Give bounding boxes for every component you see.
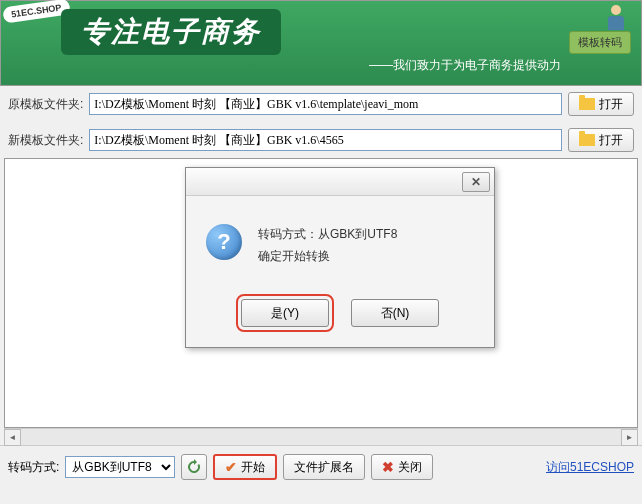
close-icon: ✕ <box>471 175 481 189</box>
original-folder-input[interactable] <box>89 93 562 115</box>
question-icon: ? <box>206 224 242 260</box>
app-header: 51EC.SHOP 专注电子商务 ——我们致力于为电子商务提供动力 模板转码 <box>0 0 642 86</box>
dialog-body: ? 转码方式：从GBK到UTF8 确定开始转换 <box>186 196 494 287</box>
scroll-left-icon[interactable]: ◄ <box>4 429 21 446</box>
template-convert-button[interactable]: 模板转码 <box>569 31 631 54</box>
dialog-no-button[interactable]: 否(N) <box>351 299 439 327</box>
open-new-button[interactable]: 打开 <box>568 128 634 152</box>
encode-label: 转码方式: <box>8 459 59 476</box>
dialog-line1: 转码方式：从GBK到UTF8 <box>258 224 397 246</box>
refresh-button[interactable] <box>181 454 207 480</box>
footer-toolbar: 转码方式: 从GBK到UTF8 ✔ 开始 文件扩展名 ✖ 关闭 访问51ECSH… <box>0 445 642 488</box>
horizontal-scrollbar[interactable]: ◄ ► <box>4 428 638 445</box>
encode-select[interactable]: 从GBK到UTF8 <box>65 456 175 478</box>
folder-icon <box>579 134 595 146</box>
open-label: 打开 <box>599 132 623 149</box>
dialog-buttons: 是(Y) 否(N) <box>186 287 494 347</box>
scroll-track[interactable] <box>21 429 621 445</box>
dialog-line2: 确定开始转换 <box>258 246 397 268</box>
check-icon: ✔ <box>225 459 237 475</box>
dialog-yes-button[interactable]: 是(Y) <box>241 299 329 327</box>
new-folder-label: 新模板文件夹: <box>8 132 83 149</box>
open-original-button[interactable]: 打开 <box>568 92 634 116</box>
start-button[interactable]: ✔ 开始 <box>213 454 277 480</box>
folder-icon <box>579 98 595 110</box>
header-title: 专注电子商务 <box>61 9 281 55</box>
confirm-dialog: ✕ ? 转码方式：从GBK到UTF8 确定开始转换 是(Y) 否(N) <box>185 167 495 348</box>
scroll-right-icon[interactable]: ► <box>621 429 638 446</box>
close-button[interactable]: ✖ 关闭 <box>371 454 433 480</box>
start-label: 开始 <box>241 459 265 476</box>
original-folder-row: 原模板文件夹: 打开 <box>0 86 642 122</box>
dialog-message: 转码方式：从GBK到UTF8 确定开始转换 <box>258 224 397 267</box>
new-folder-input[interactable] <box>89 129 562 151</box>
person-icon <box>605 5 627 33</box>
visit-link[interactable]: 访问51ECSHOP <box>546 459 634 476</box>
new-folder-row: 新模板文件夹: 打开 <box>0 122 642 158</box>
dialog-titlebar: ✕ <box>186 168 494 196</box>
refresh-icon <box>186 459 202 475</box>
close-label: 关闭 <box>398 459 422 476</box>
close-icon: ✖ <box>382 459 394 475</box>
original-folder-label: 原模板文件夹: <box>8 96 83 113</box>
header-subtitle: ——我们致力于为电子商务提供动力 <box>369 57 561 74</box>
dialog-close-button[interactable]: ✕ <box>462 172 490 192</box>
file-ext-button[interactable]: 文件扩展名 <box>283 454 365 480</box>
open-label: 打开 <box>599 96 623 113</box>
